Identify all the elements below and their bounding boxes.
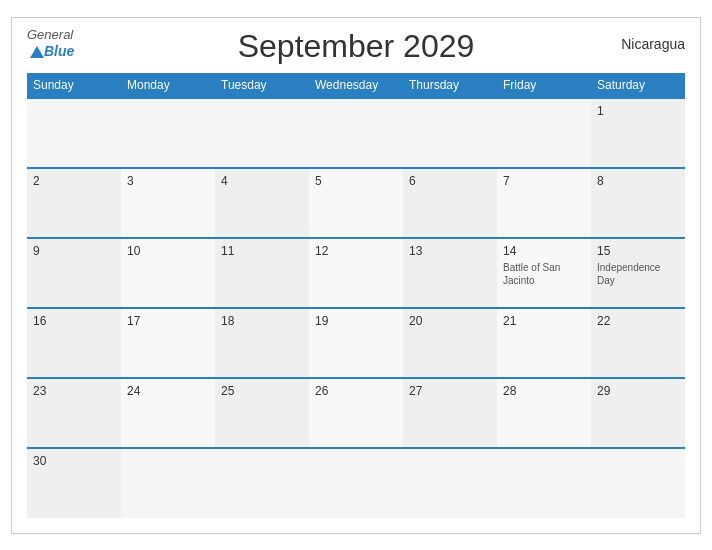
calendar-day-cell: 4 bbox=[215, 168, 309, 238]
weekday-thursday: Thursday bbox=[403, 73, 497, 98]
calendar-day-cell: 26 bbox=[309, 378, 403, 448]
calendar-grid: Sunday Monday Tuesday Wednesday Thursday… bbox=[27, 73, 685, 518]
logo-general-text: General bbox=[27, 28, 74, 42]
calendar-day-cell bbox=[403, 98, 497, 168]
calendar-day-cell: 11 bbox=[215, 238, 309, 308]
calendar-day-cell: 21 bbox=[497, 308, 591, 378]
calendar-week-row: 91011121314Battle of San Jacinto15Indepe… bbox=[27, 238, 685, 308]
calendar-day-cell: 7 bbox=[497, 168, 591, 238]
day-number: 19 bbox=[315, 314, 397, 328]
calendar-day-cell bbox=[591, 448, 685, 518]
calendar-day-cell: 27 bbox=[403, 378, 497, 448]
day-number: 2 bbox=[33, 174, 115, 188]
day-number: 10 bbox=[127, 244, 209, 258]
calendar-day-cell: 12 bbox=[309, 238, 403, 308]
day-number: 23 bbox=[33, 384, 115, 398]
calendar-day-cell: 16 bbox=[27, 308, 121, 378]
calendar-day-cell bbox=[497, 98, 591, 168]
calendar-day-cell: 15Independence Day bbox=[591, 238, 685, 308]
weekday-monday: Monday bbox=[121, 73, 215, 98]
day-number: 27 bbox=[409, 384, 491, 398]
calendar-day-cell bbox=[309, 98, 403, 168]
calendar-day-cell: 6 bbox=[403, 168, 497, 238]
country-label: Nicaragua bbox=[621, 36, 685, 52]
calendar-day-cell: 8 bbox=[591, 168, 685, 238]
day-number: 5 bbox=[315, 174, 397, 188]
day-number: 14 bbox=[503, 244, 585, 258]
day-number: 29 bbox=[597, 384, 679, 398]
day-number: 12 bbox=[315, 244, 397, 258]
calendar-day-cell: 13 bbox=[403, 238, 497, 308]
day-number: 30 bbox=[33, 454, 115, 468]
calendar-day-cell: 20 bbox=[403, 308, 497, 378]
day-number: 4 bbox=[221, 174, 303, 188]
calendar-day-cell: 22 bbox=[591, 308, 685, 378]
calendar-body: 1234567891011121314Battle of San Jacinto… bbox=[27, 98, 685, 518]
day-number: 22 bbox=[597, 314, 679, 328]
calendar-week-row: 2345678 bbox=[27, 168, 685, 238]
calendar-day-cell bbox=[403, 448, 497, 518]
holiday-text: Battle of San Jacinto bbox=[503, 261, 585, 287]
weekday-wednesday: Wednesday bbox=[309, 73, 403, 98]
calendar-day-cell bbox=[497, 448, 591, 518]
logo-triangle-icon bbox=[30, 46, 44, 58]
calendar-day-cell bbox=[121, 448, 215, 518]
calendar-day-cell: 14Battle of San Jacinto bbox=[497, 238, 591, 308]
calendar-day-cell: 28 bbox=[497, 378, 591, 448]
logo-blue-text: Blue bbox=[27, 42, 74, 60]
calendar-day-cell: 9 bbox=[27, 238, 121, 308]
weekday-friday: Friday bbox=[497, 73, 591, 98]
calendar-title: September 2029 bbox=[238, 28, 475, 65]
weekday-sunday: Sunday bbox=[27, 73, 121, 98]
calendar-day-cell bbox=[215, 98, 309, 168]
day-number: 15 bbox=[597, 244, 679, 258]
calendar-day-cell: 1 bbox=[591, 98, 685, 168]
calendar-day-cell: 29 bbox=[591, 378, 685, 448]
calendar-container: General Blue September 2029 Nicaragua Su… bbox=[11, 17, 701, 534]
day-number: 25 bbox=[221, 384, 303, 398]
day-number: 8 bbox=[597, 174, 679, 188]
calendar-day-cell: 18 bbox=[215, 308, 309, 378]
day-number: 3 bbox=[127, 174, 209, 188]
day-number: 13 bbox=[409, 244, 491, 258]
holiday-text: Independence Day bbox=[597, 261, 679, 287]
calendar-week-row: 23242526272829 bbox=[27, 378, 685, 448]
day-number: 6 bbox=[409, 174, 491, 188]
day-number: 17 bbox=[127, 314, 209, 328]
day-number: 7 bbox=[503, 174, 585, 188]
calendar-day-cell: 3 bbox=[121, 168, 215, 238]
calendar-day-cell bbox=[27, 98, 121, 168]
day-number: 26 bbox=[315, 384, 397, 398]
calendar-day-cell: 19 bbox=[309, 308, 403, 378]
calendar-week-row: 1 bbox=[27, 98, 685, 168]
weekday-header-row: Sunday Monday Tuesday Wednesday Thursday… bbox=[27, 73, 685, 98]
calendar-day-cell: 17 bbox=[121, 308, 215, 378]
calendar-day-cell bbox=[309, 448, 403, 518]
day-number: 18 bbox=[221, 314, 303, 328]
calendar-day-cell bbox=[121, 98, 215, 168]
weekday-saturday: Saturday bbox=[591, 73, 685, 98]
calendar-header: General Blue September 2029 Nicaragua bbox=[27, 28, 685, 65]
calendar-week-row: 30 bbox=[27, 448, 685, 518]
day-number: 11 bbox=[221, 244, 303, 258]
calendar-day-cell: 10 bbox=[121, 238, 215, 308]
calendar-day-cell: 24 bbox=[121, 378, 215, 448]
day-number: 24 bbox=[127, 384, 209, 398]
day-number: 21 bbox=[503, 314, 585, 328]
day-number: 20 bbox=[409, 314, 491, 328]
logo: General Blue bbox=[27, 28, 74, 60]
weekday-tuesday: Tuesday bbox=[215, 73, 309, 98]
day-number: 9 bbox=[33, 244, 115, 258]
calendar-day-cell: 5 bbox=[309, 168, 403, 238]
calendar-day-cell: 30 bbox=[27, 448, 121, 518]
day-number: 16 bbox=[33, 314, 115, 328]
day-number: 28 bbox=[503, 384, 585, 398]
calendar-day-cell: 2 bbox=[27, 168, 121, 238]
calendar-day-cell bbox=[215, 448, 309, 518]
day-number: 1 bbox=[597, 104, 679, 118]
calendar-day-cell: 23 bbox=[27, 378, 121, 448]
calendar-day-cell: 25 bbox=[215, 378, 309, 448]
calendar-week-row: 16171819202122 bbox=[27, 308, 685, 378]
